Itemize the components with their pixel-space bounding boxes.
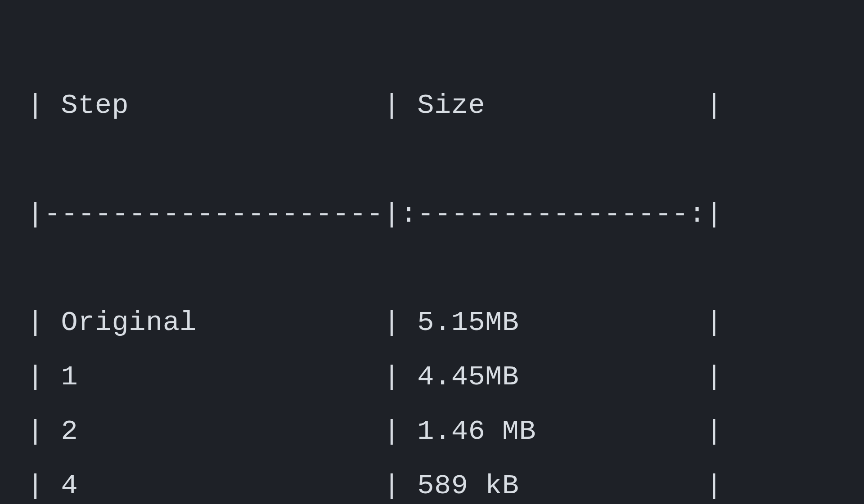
- cell-step-pad: [78, 361, 383, 393]
- pipe-char: |: [27, 307, 61, 339]
- table-header-row: | Step | Size |: [27, 79, 837, 133]
- cell-step-pad: [197, 307, 383, 339]
- pipe-char: |: [383, 415, 417, 447]
- pipe-char: |: [383, 470, 417, 502]
- table-row: | 4 | 589 kB |: [27, 459, 837, 504]
- cell-step: Original: [61, 307, 197, 339]
- pipe-char: |: [706, 198, 723, 230]
- table-row: | 2 | 1.46 MB |: [27, 405, 837, 459]
- cell-step: 2: [61, 415, 78, 447]
- header-size: Size: [417, 89, 485, 121]
- cell-size-pad: [519, 470, 706, 502]
- divider-left: --------------------: [44, 198, 383, 230]
- cell-size: 5.15MB: [417, 307, 519, 339]
- cell-step: 1: [61, 361, 78, 393]
- cell-size: 4.45MB: [417, 361, 519, 393]
- header-size-pad: [485, 89, 706, 121]
- pipe-char: |: [383, 198, 400, 230]
- markdown-table: | Step | Size | |--------------------|:-…: [0, 0, 864, 504]
- cell-size-pad: [519, 361, 706, 393]
- pipe-char: |: [27, 89, 61, 121]
- pipe-char: |: [706, 89, 723, 121]
- pipe-char: |: [27, 198, 44, 230]
- cell-size-pad: [536, 415, 706, 447]
- pipe-char: |: [706, 415, 723, 447]
- cell-size: 1.46 MB: [417, 415, 536, 447]
- table-row: | Original | 5.15MB |: [27, 296, 837, 350]
- pipe-char: |: [27, 361, 61, 393]
- cell-step-pad: [78, 470, 383, 502]
- header-step-pad: [129, 89, 383, 121]
- table-divider-row: |--------------------|:----------------:…: [27, 187, 837, 242]
- cell-step-pad: [78, 415, 383, 447]
- cell-size-pad: [519, 307, 706, 339]
- pipe-char: |: [706, 470, 723, 502]
- pipe-char: |: [27, 415, 61, 447]
- divider-right: :----------------:: [400, 198, 706, 230]
- cell-step: 4: [61, 470, 78, 502]
- table-row: | 1 | 4.45MB |: [27, 350, 837, 405]
- cell-size: 589 kB: [417, 470, 519, 502]
- pipe-char: |: [706, 361, 723, 393]
- pipe-char: |: [383, 307, 417, 339]
- header-step: Step: [61, 89, 129, 121]
- pipe-char: |: [706, 307, 723, 339]
- pipe-char: |: [383, 361, 417, 393]
- pipe-char: |: [27, 470, 61, 502]
- pipe-char: |: [383, 89, 417, 121]
